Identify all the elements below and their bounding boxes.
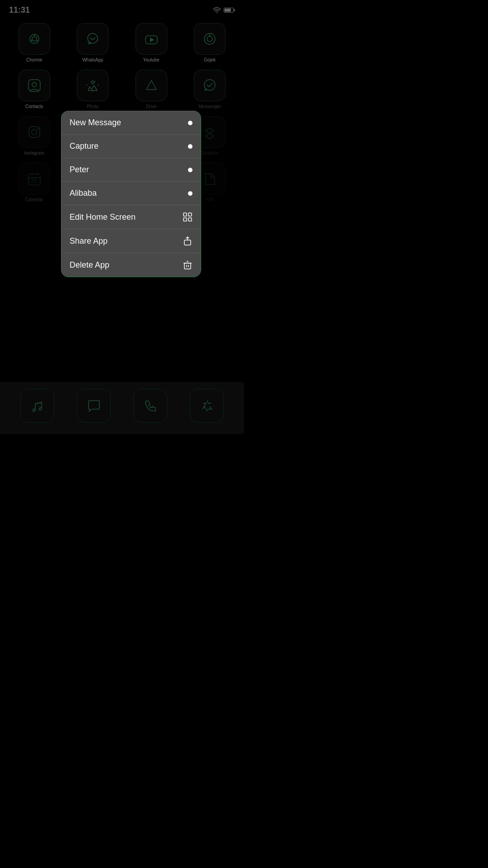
svg-rect-38 bbox=[184, 240, 191, 245]
menu-item-peter[interactable]: Peter bbox=[61, 158, 201, 182]
menu-dot-capture bbox=[188, 144, 192, 149]
menu-label-capture: Capture bbox=[70, 142, 99, 151]
menu-item-share-app[interactable]: Share App bbox=[61, 229, 201, 253]
trash-icon bbox=[183, 260, 192, 270]
menu-label-new-message: New Message bbox=[70, 118, 121, 127]
menu-label-delete-app: Delete App bbox=[70, 260, 109, 270]
menu-dot-alibaba bbox=[188, 191, 192, 196]
menu-label-peter: Peter bbox=[70, 165, 89, 175]
menu-dot-peter bbox=[188, 168, 192, 172]
share-icon bbox=[183, 236, 192, 246]
menu-dot-new-message bbox=[188, 121, 192, 125]
menu-label-alibaba: Alibaba bbox=[70, 189, 97, 198]
menu-item-new-message[interactable]: New Message bbox=[61, 111, 201, 135]
svg-rect-37 bbox=[188, 218, 192, 221]
menu-label-edit-home: Edit Home Screen bbox=[70, 212, 136, 222]
svg-rect-35 bbox=[188, 213, 192, 216]
svg-rect-34 bbox=[183, 213, 187, 216]
menu-item-edit-home[interactable]: Edit Home Screen bbox=[61, 205, 201, 229]
svg-rect-39 bbox=[184, 263, 191, 269]
menu-item-capture[interactable]: Capture bbox=[61, 135, 201, 158]
menu-item-delete-app[interactable]: Delete App bbox=[61, 253, 201, 277]
grid-icon bbox=[183, 212, 192, 222]
menu-label-share-app: Share App bbox=[70, 236, 108, 246]
menu-item-alibaba[interactable]: Alibaba bbox=[61, 182, 201, 205]
context-menu: New Message Capture Peter Alibaba Edit H… bbox=[61, 111, 201, 277]
svg-rect-36 bbox=[183, 218, 187, 221]
